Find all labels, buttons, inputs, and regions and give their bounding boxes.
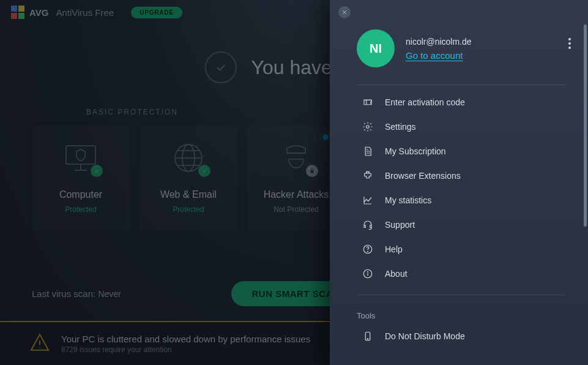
document-icon <box>362 145 374 157</box>
menu-label: Settings <box>385 122 416 132</box>
menu-label: Do Not Disturb Mode <box>385 331 465 341</box>
headset-icon <box>362 219 374 231</box>
ticket-icon <box>362 96 374 108</box>
menu-do-not-disturb[interactable]: Do Not Disturb Mode <box>330 324 588 348</box>
menu-enter-activation-code[interactable]: Enter activation code <box>330 90 588 115</box>
go-to-account-link[interactable]: Go to account <box>406 50 472 61</box>
panel-separator <box>357 85 566 85</box>
scrollbar[interactable] <box>584 24 587 227</box>
puzzle-icon <box>362 170 374 182</box>
svg-point-8 <box>368 272 368 273</box>
account-panel: NI nicolr@nicolm.de Go to account Enter … <box>330 0 588 365</box>
menu-support[interactable]: Support <box>330 213 588 237</box>
account-email: nicolr@nicolm.de <box>406 37 472 47</box>
info-icon <box>362 268 374 280</box>
menu-settings[interactable]: Settings <box>330 115 588 139</box>
panel-separator <box>357 295 566 295</box>
menu-my-subscription[interactable]: My Subscription <box>330 139 588 164</box>
help-icon <box>362 243 374 255</box>
menu-label: Help <box>385 244 403 254</box>
menu-label: Support <box>385 220 415 230</box>
chart-icon <box>362 194 374 206</box>
menu-browser-extensions[interactable]: Browser Extensions <box>330 164 588 188</box>
menu-label: My statistics <box>385 195 431 205</box>
menu-label: Enter activation code <box>385 97 465 107</box>
menu-my-statistics[interactable]: My statistics <box>330 188 588 213</box>
svg-point-4 <box>367 171 369 173</box>
tools-header: Tools <box>330 300 588 324</box>
menu-about[interactable]: About <box>330 262 588 286</box>
dnd-icon <box>362 330 374 342</box>
menu-label: Browser Extensions <box>385 171 461 181</box>
menu-help[interactable]: Help <box>330 237 588 262</box>
avatar[interactable]: NI <box>357 29 395 67</box>
svg-point-3 <box>367 126 370 129</box>
gear-icon <box>362 121 374 133</box>
menu-label: About <box>385 269 408 279</box>
more-options-button[interactable] <box>568 38 571 49</box>
account-block: NI nicolr@nicolm.de Go to account <box>330 0 588 85</box>
menu-label: My Subscription <box>385 146 446 156</box>
svg-point-6 <box>368 251 368 252</box>
svg-point-10 <box>367 339 368 340</box>
